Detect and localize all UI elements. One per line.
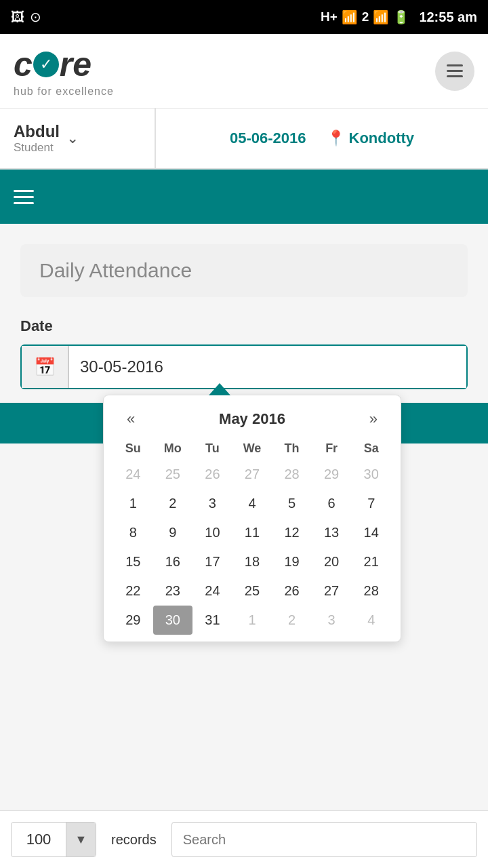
calendar-day-cell[interactable]: 29: [113, 606, 153, 635]
user-bar: Abdul Student ⌄ 05-06-2016 📍 Kondotty: [0, 108, 488, 170]
calendar-day-cell[interactable]: 30: [351, 460, 391, 489]
h-plus-icon: H+: [321, 9, 338, 24]
status-time: 12:55 am: [419, 9, 477, 25]
calendar-day-cell[interactable]: 13: [312, 518, 352, 547]
logo-subtitle: hub for excellence: [14, 85, 114, 98]
signal2-icon: 📶: [373, 9, 389, 25]
calendar-day-cell[interactable]: 18: [232, 547, 272, 576]
calendar-day-cell[interactable]: 14: [351, 518, 391, 547]
calendar-day-cell[interactable]: 2: [272, 606, 312, 635]
logo: c re hub for excellence: [14, 45, 114, 98]
user-section[interactable]: Abdul Student ⌄: [0, 108, 156, 168]
user-role: Student: [14, 141, 60, 155]
calendar-day-cell[interactable]: 20: [312, 547, 352, 576]
logo-re: re: [60, 45, 92, 84]
calendar-day-cell[interactable]: 21: [351, 547, 391, 576]
calendar-day-cell[interactable]: 1: [113, 489, 153, 518]
records-dropdown-button[interactable]: ▼: [66, 822, 96, 857]
calendar-day-cell[interactable]: 25: [232, 576, 272, 606]
calendar-day-name: Fr: [312, 437, 352, 460]
calendar-day-cell[interactable]: 6: [312, 489, 352, 518]
calendar-day-cell[interactable]: 11: [232, 518, 272, 547]
status-left-icons: 🖼 ⊙: [11, 9, 41, 25]
calendar-day-cell[interactable]: 25: [153, 460, 193, 489]
hamburger-line: [447, 70, 463, 72]
camera-icon: ⊙: [30, 9, 41, 25]
image-icon: 🖼: [11, 9, 24, 25]
calendar-day-cell[interactable]: 16: [153, 547, 193, 576]
logo-wordmark: c re: [14, 45, 92, 84]
calendar-month-year: May 2016: [219, 410, 285, 428]
calendar-day-cell[interactable]: 30: [153, 606, 193, 635]
calendar-prev-button[interactable]: «: [120, 408, 142, 431]
date-field-label: Date: [20, 317, 468, 335]
header-menu-button[interactable]: [435, 52, 474, 91]
location-pin-icon: 📍: [327, 130, 345, 147]
calendar-day-cell[interactable]: 19: [272, 547, 312, 576]
page-title-box: Daily Attendance: [20, 244, 468, 297]
calendar-day-name: Th: [272, 437, 312, 460]
nav-menu-button[interactable]: [14, 190, 34, 204]
user-dropdown-icon[interactable]: ⌄: [66, 130, 79, 147]
app-header: c re hub for excellence: [0, 34, 488, 108]
calendar-day-cell[interactable]: 15: [113, 547, 153, 576]
calendar-day-name: We: [232, 437, 272, 460]
location-name: Kondotty: [349, 130, 415, 147]
calendar-day-cell[interactable]: 8: [113, 518, 153, 547]
calendar-day-cell[interactable]: 3: [192, 489, 232, 518]
calendar-day-cell[interactable]: 12: [272, 518, 312, 547]
current-date: 05-06-2016: [230, 130, 306, 147]
calendar-day-cell[interactable]: 24: [192, 576, 232, 606]
two-icon: 2: [362, 9, 369, 24]
calendar-day-cell[interactable]: 3: [312, 606, 352, 635]
calendar-header: « May 2016 »: [104, 395, 401, 437]
calendar-day-name: Mo: [153, 437, 193, 460]
calendar-day-cell[interactable]: 17: [192, 547, 232, 576]
calendar-day-cell[interactable]: 28: [272, 460, 312, 489]
calendar-day-name: Tu: [192, 437, 232, 460]
calendar-grid: 2425262728293012345678910111213141516171…: [104, 460, 401, 635]
calendar-day-cell[interactable]: 27: [232, 460, 272, 489]
calendar-day-cell[interactable]: 31: [192, 606, 232, 635]
calendar-next-button[interactable]: »: [363, 408, 384, 431]
location-container: 📍 Kondotty: [327, 130, 415, 147]
records-per-page-container: 100 ▼: [11, 822, 96, 857]
calendar-day-cell[interactable]: 28: [351, 576, 391, 606]
calendar-day-cell[interactable]: 26: [192, 460, 232, 489]
calendar-icon: 📅: [34, 357, 56, 378]
content-area: Daily Attendance Date 📅 « May 2016 » SuM…: [0, 224, 488, 443]
status-right-icons: H+ 📶 2 📶 🔋 12:55 am: [321, 9, 477, 25]
calendar-day-cell[interactable]: 26: [272, 576, 312, 606]
calendar-day-cell[interactable]: 1: [232, 606, 272, 635]
hamburger-line: [447, 75, 463, 77]
nav-hamburger-line: [14, 190, 34, 192]
date-input-field[interactable]: [69, 346, 466, 388]
user-name: Abdul: [14, 122, 60, 141]
signal1-icon: 📶: [342, 9, 358, 25]
nav-hamburger-line: [14, 202, 34, 204]
battery-icon: 🔋: [393, 9, 409, 25]
calendar-day-cell[interactable]: 29: [312, 460, 352, 489]
calendar-day-cell[interactable]: 9: [153, 518, 193, 547]
calendar-day-name: Su: [113, 437, 153, 460]
logo-checkmark-icon: [33, 52, 59, 77]
user-info: Abdul Student: [14, 122, 60, 155]
calendar-pointer: [209, 383, 230, 395]
records-label: records: [104, 832, 163, 848]
calendar-day-cell[interactable]: 22: [113, 576, 153, 606]
calendar-day-cell[interactable]: 10: [192, 518, 232, 547]
records-count: 100: [12, 831, 66, 848]
calendar-day-cell[interactable]: 27: [312, 576, 352, 606]
calendar-day-cell[interactable]: 4: [232, 489, 272, 518]
calendar-day-cell[interactable]: 23: [153, 576, 193, 606]
calendar-day-cell[interactable]: 24: [113, 460, 153, 489]
date-location-bar: 05-06-2016 📍 Kondotty: [156, 130, 488, 147]
page-title: Daily Attendance: [39, 259, 192, 281]
calendar-day-cell[interactable]: 5: [272, 489, 312, 518]
calendar-day-cell[interactable]: 7: [351, 489, 391, 518]
calendar-day-cell[interactable]: 2: [153, 489, 193, 518]
search-input[interactable]: [171, 822, 477, 857]
date-input-row: 📅 « May 2016 » SuMoTuWeThFrSa 2425262728…: [20, 344, 468, 389]
calendar-icon-button[interactable]: 📅: [22, 346, 69, 388]
calendar-day-cell[interactable]: 4: [351, 606, 391, 635]
